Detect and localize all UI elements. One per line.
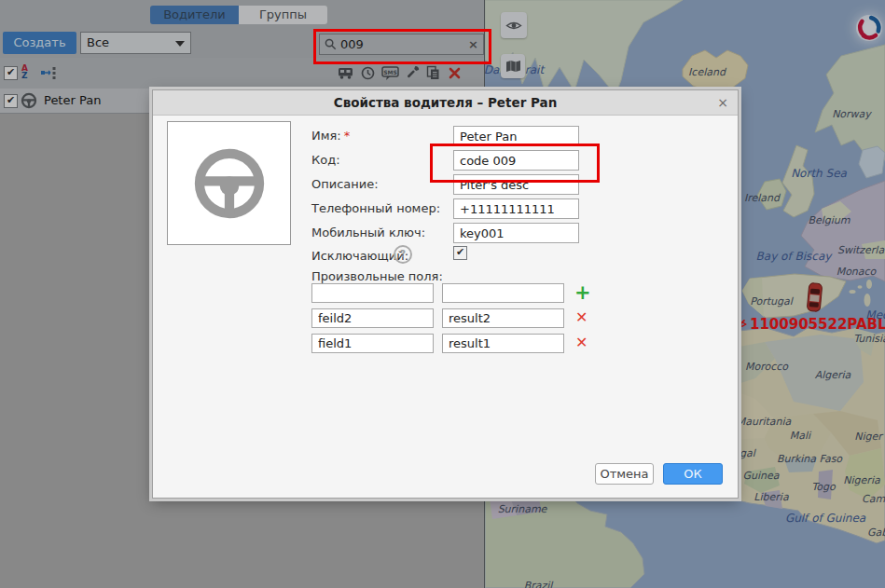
cancel-button[interactable]: Отмена	[595, 463, 654, 485]
mobile-key-field[interactable]	[453, 223, 579, 243]
custom-field-name-2[interactable]	[311, 308, 434, 328]
add-custom-field-icon[interactable]: +	[574, 284, 591, 301]
code-field[interactable]	[453, 150, 579, 171]
exclusive-checkbox[interactable]: ✔	[453, 246, 467, 260]
description-field[interactable]	[453, 174, 579, 195]
custom-field-value-1[interactable]	[442, 334, 564, 353]
name-field[interactable]	[453, 126, 579, 146]
driver-properties-dialog: Свойства водителя – Peter Pan × Имя:* Ко…	[152, 89, 739, 499]
dialog-close-icon[interactable]: ×	[717, 90, 728, 116]
required-mark: *	[344, 129, 351, 143]
name-label: Имя:*	[311, 129, 350, 143]
custom-field-name-1[interactable]	[311, 334, 434, 353]
custom-field-value-new[interactable]	[442, 283, 564, 303]
custom-field-value-2[interactable]	[442, 308, 564, 328]
code-label: Код:	[311, 153, 340, 167]
description-label: Описание:	[311, 177, 379, 191]
dialog-title: Свойства водителя – Peter Pan	[153, 90, 738, 116]
driver-photo-placeholder[interactable]	[167, 121, 291, 245]
phone-field[interactable]	[453, 198, 579, 219]
ok-button[interactable]: ОК	[663, 463, 723, 485]
help-icon[interactable]: ?	[394, 245, 412, 264]
remove-custom-field-icon[interactable]: ✕	[575, 335, 590, 350]
custom-field-name-new[interactable]	[311, 283, 434, 303]
custom-fields-label: Произвольные поля:	[311, 269, 443, 283]
steering-wheel-icon	[191, 145, 268, 222]
phone-label: Телефонный номер:	[311, 201, 440, 215]
remove-custom-field-icon[interactable]: ✕	[575, 310, 590, 325]
mobile-key-label: Мобильный ключ:	[311, 226, 425, 239]
checkmark: ✔	[456, 246, 464, 258]
